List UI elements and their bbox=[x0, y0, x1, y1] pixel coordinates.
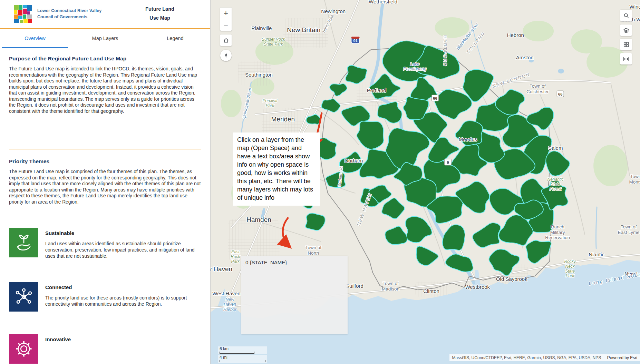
map-canvas[interactable]: 9166669 WethersfieldNewingtonNew Britain… bbox=[211, 0, 640, 364]
map-label: West Haven bbox=[212, 291, 240, 296]
map-label: Old Saybrook bbox=[496, 276, 527, 282]
scale-mi-label: 4 mi bbox=[220, 355, 227, 360]
map-annotation-note: Click on a layer from the map (Open Spac… bbox=[233, 132, 320, 206]
plant-in-hand-icon bbox=[13, 232, 35, 254]
map-label: Town ofColchester bbox=[526, 83, 549, 94]
network-icon bbox=[13, 286, 34, 307]
state-route-shield: 9 bbox=[444, 159, 451, 165]
innovative-icon bbox=[9, 334, 38, 364]
map-label: Town ofMadison bbox=[382, 281, 399, 292]
org-name: Lower Connecticut River Valley Council o… bbox=[37, 8, 101, 20]
map-label: Niantic bbox=[589, 252, 604, 257]
search-button[interactable] bbox=[620, 10, 632, 21]
purpose-heading: Purpose of the Regional Future Land Use … bbox=[9, 56, 201, 62]
svg-text:66: 66 bbox=[433, 96, 437, 100]
gear-icon bbox=[13, 338, 34, 359]
zoom-out-button[interactable]: − bbox=[220, 19, 232, 31]
section-divider bbox=[9, 149, 201, 149]
themes-body: The Future Land Use map is comprised of … bbox=[9, 169, 201, 205]
compass-needle-icon bbox=[223, 52, 229, 59]
powered-by-esri-link[interactable]: Powered by Esri bbox=[607, 355, 637, 360]
basemap-grid-icon bbox=[623, 41, 629, 48]
sustainable-icon bbox=[9, 228, 38, 257]
map-label: Moodus bbox=[459, 136, 477, 142]
map-label: EastRockPark bbox=[231, 249, 240, 264]
map-label: Town ofEast Lyme bbox=[618, 224, 639, 235]
map-label: Windsor bbox=[630, 4, 640, 10]
zoom-in-button[interactable]: + bbox=[220, 8, 232, 19]
basemap-gallery-button[interactable] bbox=[620, 39, 632, 50]
map-label: Clinton bbox=[423, 288, 439, 294]
app-root: Lower Connecticut River Valley Council o… bbox=[0, 0, 640, 364]
overview-panel: Purpose of the Regional Future Land Use … bbox=[0, 56, 210, 364]
theme-title-connected: Connected bbox=[45, 284, 201, 290]
map-label: HARTFORD bbox=[443, 35, 448, 67]
compass-button[interactable] bbox=[220, 50, 232, 61]
connected-icon bbox=[9, 282, 38, 312]
org-name-line1: Lower Connecticut River Valley bbox=[37, 8, 101, 14]
tab-map-layers[interactable]: Map Layers bbox=[72, 29, 138, 48]
theme-sustainable: Sustainable Land uses within areas ident… bbox=[9, 228, 201, 259]
layers-icon bbox=[623, 27, 629, 33]
themes-heading: Priority Themes bbox=[9, 158, 201, 165]
tab-bar: Overview Map Layers Legend bbox=[0, 29, 210, 48]
map-label: Plainville bbox=[251, 25, 272, 31]
measure-distance-icon bbox=[623, 56, 629, 62]
app-title: Future Land Use Map bbox=[134, 4, 186, 22]
map-label: Guilford bbox=[345, 283, 363, 289]
map-label: Hamden bbox=[246, 216, 271, 223]
map-label: Southington bbox=[245, 72, 273, 78]
org-logo-mosaic bbox=[14, 5, 32, 23]
map-label: Portland bbox=[367, 87, 386, 93]
layers-button[interactable] bbox=[620, 24, 632, 36]
app-title-line1: Future Land bbox=[134, 4, 186, 13]
map-label: Hebron bbox=[507, 32, 524, 38]
sidebar-header: Lower Connecticut River Valley Council o… bbox=[0, 0, 210, 29]
popup-title: 0 {STATE_NAME} bbox=[245, 259, 343, 265]
map-label: Town ofNorth bbox=[306, 245, 322, 256]
theme-connected: Connected The priority land use for thes… bbox=[9, 282, 201, 312]
map-label: Town ofMontville bbox=[629, 174, 640, 185]
search-icon bbox=[623, 12, 629, 19]
org-logo bbox=[14, 5, 32, 23]
map-attribution: MassGIS, UConn/CTDEEP, Esri, HERE, Garmi… bbox=[449, 354, 640, 361]
interstate-shield: 91 bbox=[351, 37, 360, 43]
state-route-shield: 66 bbox=[557, 91, 564, 97]
theme-title-sustainable: Sustainable bbox=[45, 230, 201, 236]
app-title-line2: Use Map bbox=[134, 13, 186, 22]
tab-overview[interactable]: Overview bbox=[2, 29, 68, 48]
map-label: Salem bbox=[548, 145, 563, 151]
home-icon bbox=[223, 37, 229, 43]
map-popup: 0 {STATE_NAME} bbox=[241, 256, 348, 334]
theme-desc-sustainable: Land uses within areas identified as sus… bbox=[45, 241, 201, 259]
map-label: Durham bbox=[345, 158, 363, 164]
scale-bar: 6 km 4 mi bbox=[218, 346, 267, 363]
scale-km-label: 6 km bbox=[220, 346, 229, 351]
theme-innovative: Innovative bbox=[9, 334, 201, 364]
map-label: Amston bbox=[516, 55, 534, 60]
svg-text:66: 66 bbox=[558, 92, 562, 96]
zoom-control: + − bbox=[220, 8, 232, 31]
tab-legend[interactable]: Legend bbox=[142, 29, 208, 48]
svg-text:9: 9 bbox=[447, 160, 449, 164]
theme-desc-connected: The priority land use for these areas (m… bbox=[45, 295, 201, 307]
map-label: Meriden bbox=[271, 116, 295, 123]
purpose-body: The Future Land Use map is intended to l… bbox=[9, 66, 201, 114]
map-label: New Haven bbox=[211, 265, 232, 273]
home-button[interactable] bbox=[220, 35, 232, 46]
sidebar: Lower Connecticut River Valley Council o… bbox=[0, 0, 211, 364]
map-label: Newington bbox=[321, 8, 346, 14]
map-label: Westbrook bbox=[465, 284, 490, 290]
map-label: Wethersfield bbox=[369, 0, 397, 4]
svg-text:91: 91 bbox=[353, 39, 358, 43]
state-route-shield: 66 bbox=[431, 95, 438, 101]
theme-title-innovative: Innovative bbox=[45, 336, 71, 342]
attribution-sources: MassGIS, UConn/CTDEEP, Esri, HERE, Garmi… bbox=[452, 355, 601, 360]
map-label: Sunset RockState Park bbox=[262, 37, 285, 47]
org-name-line2: Council of Governments bbox=[37, 14, 101, 20]
map-label: New Britain bbox=[287, 26, 320, 33]
measure-button[interactable] bbox=[620, 53, 632, 65]
